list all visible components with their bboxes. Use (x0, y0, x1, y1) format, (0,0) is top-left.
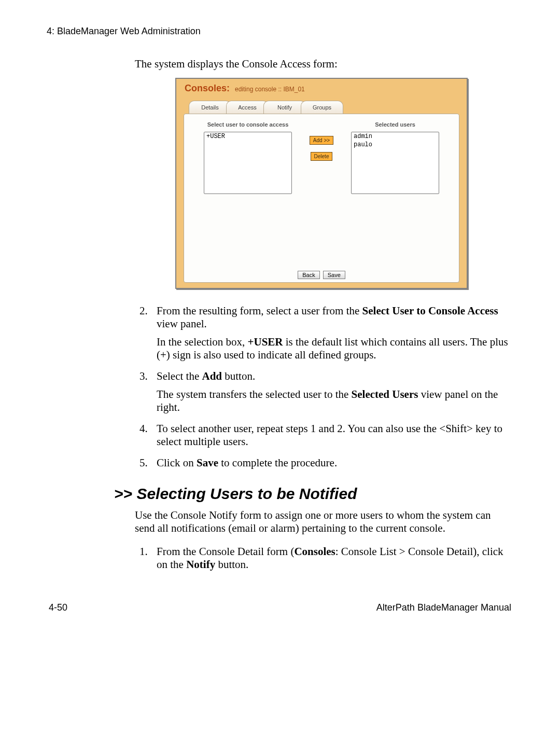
list-item[interactable]: +USER (204, 132, 291, 141)
step-4: To select another user, repeat steps 1 a… (150, 422, 508, 448)
procedure-steps-b: From the Console Detail form (Consoles: … (135, 545, 508, 571)
form-title: Consoles: (185, 83, 230, 94)
right-heading: Selected users (375, 121, 415, 128)
step-5: Click on Save to complete the procedure. (150, 457, 508, 469)
console-access-form-screenshot: Consoles: editing console :: IBM_01 Deta… (175, 78, 468, 289)
tab-notify[interactable]: Notify (263, 101, 306, 114)
step-2: From the resulting form, select a user f… (150, 305, 508, 362)
list-item[interactable]: admin (352, 132, 439, 141)
section-heading: >> Selecting Users to be Notified (114, 485, 513, 503)
save-button[interactable]: Save (323, 271, 345, 279)
step-3: Select the Add button. The system transf… (150, 370, 508, 414)
list-item[interactable]: paulo (352, 141, 439, 149)
page-number: 4-50 (49, 602, 67, 613)
left-heading: Select user to console access (207, 121, 289, 128)
procedure-steps-a: From the resulting form, select a user f… (135, 305, 508, 469)
available-users-listbox[interactable]: +USER (204, 132, 292, 194)
section-intro: Use the Console Notify form to assign on… (135, 509, 508, 535)
form-subtitle: editing console :: IBM_01 (235, 86, 305, 93)
intro-line: The system displays the Console Access f… (135, 58, 508, 71)
back-button[interactable]: Back (298, 271, 319, 279)
tab-row: Details Access Notify Groups (184, 99, 459, 114)
tab-details[interactable]: Details (189, 101, 231, 114)
add-button[interactable]: Add >> (310, 136, 333, 145)
delete-button[interactable]: Delete (311, 152, 333, 161)
selected-users-listbox[interactable]: admin paulo (351, 132, 439, 194)
step-b-1: From the Console Detail form (Consoles: … (150, 545, 508, 571)
running-header: 4: BladeManager Web Administration (47, 26, 513, 37)
page-footer: 4-50 AlterPath BladeManager Manual (47, 602, 513, 613)
tab-access[interactable]: Access (226, 101, 269, 114)
tab-groups[interactable]: Groups (301, 101, 343, 114)
manual-title: AlterPath BladeManager Manual (376, 602, 511, 613)
tab-body: Select user to console access +USER Add … (184, 114, 459, 283)
